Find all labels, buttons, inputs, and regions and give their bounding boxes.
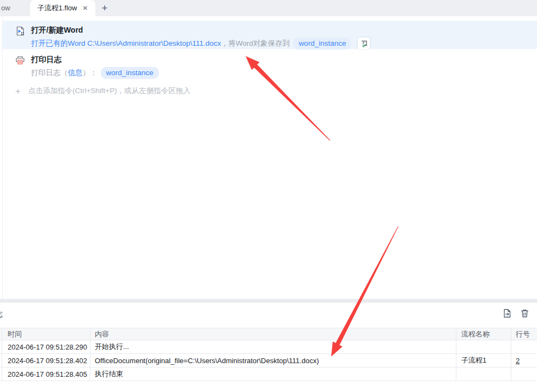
- tab-partial-left[interactable]: ow: [0, 0, 10, 16]
- panel-divider[interactable]: [0, 299, 537, 303]
- log-table-header: 时间 内容 流程名称 行号: [0, 328, 537, 340]
- clear-log-trash-icon[interactable]: [520, 308, 529, 318]
- log-level: 信息: [68, 68, 83, 78]
- log-line-number: 2: [511, 354, 537, 367]
- add-instruction-row[interactable]: + 点击添加指令(Ctrl+Shift+P)，或从左侧指令区拖入: [15, 86, 191, 96]
- log-panel: 志: [0, 303, 537, 392]
- log-line-number: [511, 340, 537, 353]
- log-table: 时间 内容 流程名称 行号 2024-06-17 09:51:28.290 开始…: [0, 328, 537, 381]
- col-header-time[interactable]: 时间: [2, 328, 90, 340]
- line-number-link[interactable]: 2: [516, 357, 520, 365]
- add-instruction-hint: 点击添加指令(Ctrl+Shift+P)，或从左侧指令区拖入: [28, 86, 191, 96]
- flow-canvas: 打开/新建Word 打开已有的Word C:\Users\Administrat…: [0, 16, 537, 299]
- rpa-flow-editor-window: ow 子流程1.flow ✕ + 打开/新建Word: [0, 0, 537, 392]
- tab-label: 子流程1.flow: [37, 3, 77, 13]
- step-title: 打开/新建Word: [31, 25, 537, 35]
- plus-icon: +: [15, 87, 21, 96]
- log-content: OfficeDocument(original_file=C:\Users\Ad…: [90, 354, 456, 367]
- log-row[interactable]: 2024-06-17 09:51:28.405 执行结束: [0, 367, 537, 381]
- log-content: 开始执行...: [90, 340, 456, 353]
- tab-subflow1[interactable]: 子流程1.flow ✕: [30, 0, 95, 16]
- flow-step-open-word[interactable]: 打开/新建Word 打开已有的Word C:\Users\Administrat…: [3, 21, 537, 49]
- log-flow-name: 子流程1: [456, 354, 511, 367]
- log-flow-name: [456, 340, 511, 353]
- tab-bar: ow 子流程1.flow ✕ +: [0, 0, 537, 16]
- col-header-content[interactable]: 内容: [90, 328, 456, 340]
- flow-step-print-log[interactable]: 打印日志 打印日志（信息）： word_instance: [3, 50, 537, 77]
- variable-pill[interactable]: word_instance: [293, 38, 351, 50]
- log-time: 2024-06-17 09:51:28.402: [2, 354, 90, 367]
- step-description: 打开已有的Word C:\Users\Administrator\Desktop…: [31, 38, 537, 50]
- word-document-run-icon: [15, 26, 25, 36]
- step-desc-path: 打开已有的Word C:\Users\Administrator\Desktop…: [31, 38, 221, 49]
- log-content: 执行结束: [90, 367, 456, 381]
- variable-pill[interactable]: word_instance: [101, 67, 159, 79]
- export-log-icon[interactable]: [502, 308, 512, 318]
- step-desc-text: ）：: [83, 68, 97, 78]
- log-row[interactable]: 2024-06-17 09:51:28.290 开始执行...: [0, 340, 537, 354]
- step-title: 打印日志: [31, 54, 537, 64]
- step-desc-text: ，将Word对象保存到: [221, 38, 290, 49]
- log-time: 2024-06-17 09:51:28.405: [2, 367, 90, 381]
- printer-icon: [15, 56, 25, 65]
- col-header-flow-name[interactable]: 流程名称: [456, 328, 511, 340]
- log-flow-name: [456, 367, 511, 381]
- log-line-number: [511, 367, 537, 381]
- new-tab-button[interactable]: +: [97, 0, 112, 16]
- log-panel-toolbar: [502, 308, 529, 318]
- close-icon[interactable]: ✕: [82, 5, 88, 11]
- log-row[interactable]: 2024-06-17 09:51:28.402 OfficeDocument(o…: [0, 354, 537, 367]
- step-description: 打印日志（信息）： word_instance: [31, 67, 537, 79]
- col-header-line-number[interactable]: 行号: [511, 328, 537, 340]
- step-desc-text: 打印日志（: [31, 68, 68, 78]
- log-time: 2024-06-17 09:51:28.290: [2, 340, 90, 353]
- panel-label-clipped: 志: [0, 310, 3, 320]
- note-check-icon[interactable]: [358, 38, 370, 50]
